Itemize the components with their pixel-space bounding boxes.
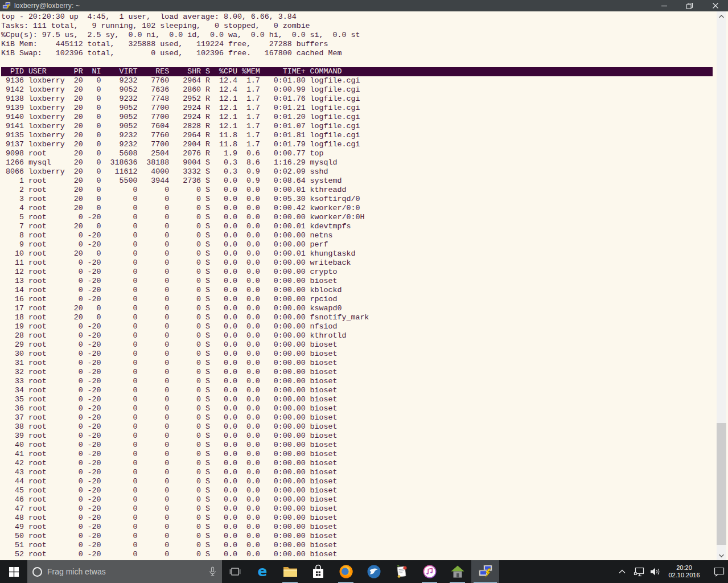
microphone-icon[interactable]	[209, 566, 216, 577]
search-placeholder: Frag mich etwas	[47, 567, 106, 576]
taskbar-clock[interactable]: 20:20 02.10.2016	[665, 564, 703, 579]
action-center-button[interactable]	[713, 560, 725, 583]
tasks-summary-line: Tasks: 111 total, 9 running, 102 sleepin…	[1, 22, 728, 31]
windows-store-icon	[311, 564, 325, 579]
close-button[interactable]	[702, 0, 728, 11]
process-row: 51 root 0 -20 0 0 0 S 0.0 0.0 0:00.00 bi…	[1, 541, 728, 550]
process-row: 10 root 20 0 0 0 0 S 0.0 0.0 0:00.01 khu…	[1, 249, 728, 258]
process-row: 1 root 20 0 5500 3944 2736 S 0.0 0.9 0:0…	[1, 176, 728, 186]
blank-line	[1, 58, 728, 67]
process-table: 9136 loxberry 20 0 9232 7760 2964 R 12.4…	[1, 76, 728, 559]
window-title: loxberry@loxberry: ~	[14, 2, 80, 10]
mem-summary-line: KiB Mem: 445112 total, 325888 used, 1192…	[1, 40, 728, 49]
system-tray: 20:20 02.10.2016	[616, 560, 728, 583]
scroll-down-button[interactable]	[717, 551, 726, 560]
taskbar-app-edge[interactable]: e	[248, 560, 276, 583]
clock-date: 02.10.2016	[667, 572, 701, 579]
process-row: 36 root 0 -20 0 0 0 S 0.0 0.0 0:00.00 bi…	[1, 404, 728, 413]
taskbar-app-file-explorer[interactable]	[276, 560, 304, 583]
cortana-search-input[interactable]: Frag mich etwas	[27, 560, 222, 583]
process-row: 44 root 0 -20 0 0 0 S 0.0 0.0 0:00.00 bi…	[1, 477, 728, 486]
process-row: 48 root 0 -20 0 0 0 S 0.0 0.0 0:00.00 bi…	[1, 514, 728, 523]
process-row: 3 root 20 0 0 0 0 S 0.0 0.0 0:05.30 ksof…	[1, 195, 728, 204]
process-row: 12 root 0 -20 0 0 0 S 0.0 0.0 0:00.00 cr…	[1, 268, 728, 277]
process-row: 30 root 0 -20 0 0 0 S 0.0 0.0 0:00.00 bi…	[1, 350, 728, 359]
process-row: 7 root 20 0 0 0 0 S 0.0 0.0 0:00.01 kdev…	[1, 222, 728, 231]
process-row: 11 root 0 -20 0 0 0 S 0.0 0.0 0:00.00 wr…	[1, 258, 728, 268]
tray-chevron-up-icon	[619, 569, 626, 574]
process-row: 1266 mysql 20 0 318636 38188 9004 S 0.3 …	[1, 158, 728, 167]
finance-app-icon	[394, 564, 409, 579]
taskbar-app-windows-store[interactable]	[304, 560, 332, 583]
taskbar-app-itunes[interactable]	[416, 560, 443, 583]
taskbar-app-putty[interactable]	[471, 560, 499, 583]
process-row: 46 root 0 -20 0 0 0 S 0.0 0.0 0:00.00 bi…	[1, 495, 728, 504]
process-row: 40 root 0 -20 0 0 0 S 0.0 0.0 0:00.00 bi…	[1, 441, 728, 450]
task-view-button[interactable]	[222, 560, 248, 583]
scrollbar-thumb[interactable]	[717, 423, 726, 545]
process-row: 31 root 0 -20 0 0 0 S 0.0 0.0 0:00.00 bi…	[1, 359, 728, 368]
process-row: 8066 loxberry 20 0 11612 4000 3332 S 0.3…	[1, 167, 728, 176]
top-summary-line: top - 20:20:30 up 4:45, 1 user, load ave…	[1, 13, 728, 22]
process-row: 18 root 20 0 0 0 0 S 0.0 0.0 0:00.00 fsn…	[1, 313, 728, 322]
hidden-icons-button[interactable]	[616, 560, 628, 583]
process-row: 45 root 0 -20 0 0 0 S 0.0 0.0 0:00.00 bi…	[1, 486, 728, 495]
network-icon[interactable]	[632, 560, 645, 583]
restore-icon	[686, 2, 693, 10]
process-row: 9140 loxberry 20 0 9052 7700 2924 R 12.1…	[1, 113, 728, 122]
terminal-screen[interactable]: top - 20:20:30 up 4:45, 1 user, load ave…	[0, 11, 728, 560]
putty-app-icon	[2, 2, 11, 10]
process-row: 9138 loxberry 20 0 9232 7748 2952 R 12.1…	[1, 95, 728, 104]
process-row: 9098 root 20 0 5608 2504 2076 R 1.9 0.6 …	[1, 149, 728, 158]
home-app-icon	[450, 565, 465, 578]
taskbar-app-thunderbird[interactable]	[360, 560, 388, 583]
minimize-button[interactable]	[651, 0, 677, 11]
process-row: 5 root 0 -20 0 0 0 S 0.0 0.0 0:00.00 kwo…	[1, 213, 728, 222]
process-row: 13 root 0 -20 0 0 0 S 0.0 0.0 0:00.00 bi…	[1, 277, 728, 286]
taskbar-pinned-apps: e	[248, 560, 499, 583]
taskbar-app-firefox[interactable]	[332, 560, 360, 583]
taskbar-app-home[interactable]	[443, 560, 471, 583]
start-button[interactable]	[0, 560, 27, 583]
speaker-icon[interactable]	[649, 560, 661, 583]
file-explorer-icon	[283, 565, 298, 578]
process-row: 34 root 0 -20 0 0 0 S 0.0 0.0 0:00.00 bi…	[1, 386, 728, 395]
process-row: 52 root 0 -20 0 0 0 S 0.0 0.0 0:00.00 bi…	[1, 550, 728, 559]
svg-text:e: e	[257, 564, 267, 579]
terminal-scrollbar[interactable]	[717, 11, 726, 560]
process-row: 16 root 0 -20 0 0 0 S 0.0 0.0 0:00.00 rp…	[1, 295, 728, 304]
scroll-up-button[interactable]	[717, 11, 726, 21]
process-row: 14 root 0 -20 0 0 0 S 0.0 0.0 0:00.00 kb…	[1, 286, 728, 295]
close-icon	[712, 2, 719, 9]
process-row: 37 root 0 -20 0 0 0 S 0.0 0.0 0:00.00 bi…	[1, 413, 728, 422]
process-row: 9 root 0 -20 0 0 0 S 0.0 0.0 0:00.00 per…	[1, 240, 728, 249]
putty-icon	[478, 564, 493, 579]
action-center-icon	[714, 566, 725, 577]
edge-icon: e	[255, 564, 270, 579]
process-row: 9135 loxberry 20 0 9232 7760 2964 R 11.8…	[1, 131, 728, 140]
process-row: 19 root 0 -20 0 0 0 S 0.0 0.0 0:00.00 nf…	[1, 322, 728, 331]
titlebar[interactable]: loxberry@loxberry: ~	[0, 0, 728, 11]
process-row: 9141 loxberry 20 0 9052 7604 2828 R 12.1…	[1, 122, 728, 131]
process-row: 49 root 0 -20 0 0 0 S 0.0 0.0 0:00.00 bi…	[1, 523, 728, 532]
process-row: 32 root 0 -20 0 0 0 S 0.0 0.0 0:00.00 bi…	[1, 368, 728, 377]
cortana-icon	[32, 567, 42, 577]
task-view-icon	[229, 566, 241, 577]
taskbar-app-finance[interactable]	[388, 560, 416, 583]
restore-button[interactable]	[677, 0, 702, 11]
process-row: 28 root 0 -20 0 0 0 S 0.0 0.0 0:00.00 kt…	[1, 331, 728, 340]
process-row: 35 root 0 -20 0 0 0 S 0.0 0.0 0:00.00 bi…	[1, 395, 728, 404]
process-row: 42 root 0 -20 0 0 0 S 0.0 0.0 0:00.00 bi…	[1, 459, 728, 468]
process-row: 29 root 0 -20 0 0 0 S 0.0 0.0 0:00.00 bi…	[1, 340, 728, 350]
thunderbird-icon	[367, 564, 381, 579]
process-row: 33 root 0 -20 0 0 0 S 0.0 0.0 0:00.00 bi…	[1, 377, 728, 386]
process-table-header: PID USER PR NI VIRT RES SHR S %CPU %MEM …	[1, 67, 713, 76]
chevron-up-icon	[719, 15, 724, 18]
cpu-summary-line: %Cpu(s): 97.5 us, 2.5 sy, 0.0 ni, 0.0 id…	[1, 31, 728, 40]
process-row: 50 root 0 -20 0 0 0 S 0.0 0.0 0:00.00 bi…	[1, 532, 728, 541]
start-icon	[9, 567, 19, 577]
process-row: 9142 loxberry 20 0 9052 7636 2860 R 12.4…	[1, 85, 728, 95]
chevron-down-icon	[719, 554, 724, 557]
process-row: 4 root 20 0 0 0 0 S 0.0 0.0 0:00.42 kwor…	[1, 204, 728, 213]
process-row: 39 root 0 -20 0 0 0 S 0.0 0.0 0:00.00 bi…	[1, 432, 728, 441]
